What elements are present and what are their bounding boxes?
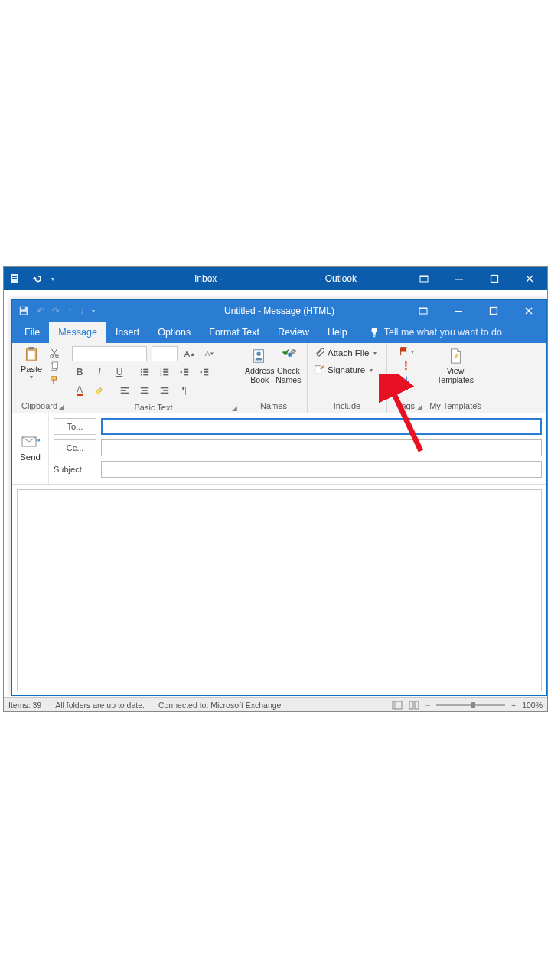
tab-format-text[interactable]: Format Text: [200, 322, 269, 343]
collapse-ribbon-icon[interactable]: ⌃: [474, 401, 481, 410]
send-button[interactable]: Send: [12, 413, 49, 484]
paragraph-mark-icon[interactable]: ¶: [177, 383, 192, 398]
message-body[interactable]: [17, 489, 542, 691]
check-names-button[interactable]: @ Check Names: [275, 346, 302, 384]
svg-rect-48: [163, 390, 168, 391]
clipboard-launcher-icon[interactable]: ◢: [59, 403, 64, 410]
save-icon[interactable]: [18, 305, 29, 316]
redo-icon[interactable]: ↷: [52, 305, 60, 316]
minimize-button[interactable]: [441, 300, 476, 322]
svg-rect-13: [491, 308, 497, 315]
font-size-combo[interactable]: [152, 346, 178, 361]
ribbon: Paste ▾ Clipboard◢: [12, 343, 546, 413]
font-name-combo[interactable]: [72, 346, 147, 361]
view-reading-icon[interactable]: [409, 701, 419, 710]
to-input[interactable]: [101, 418, 542, 435]
qat-customize-icon[interactable]: ▾: [92, 308, 95, 315]
zoom-slider[interactable]: [436, 704, 505, 706]
low-importance-button[interactable]: [401, 375, 412, 386]
svg-rect-59: [409, 701, 413, 709]
parent-minimize-button[interactable]: [442, 267, 477, 290]
svg-rect-2: [12, 278, 17, 279]
message-window: ↶ ↷ ↑ ↓ ▾ Untitled - Message (HTML) File…: [11, 299, 547, 696]
numbering-icon[interactable]: 123: [157, 364, 172, 380]
undo-icon[interactable]: ↶: [37, 305, 44, 316]
tab-help[interactable]: Help: [318, 322, 357, 343]
cc-input[interactable]: [101, 439, 542, 456]
svg-point-18: [56, 355, 59, 358]
italic-button[interactable]: I: [92, 364, 107, 380]
parent-close-button[interactable]: [512, 267, 547, 290]
svg-rect-9: [21, 312, 27, 315]
follow-up-button[interactable]: ▾: [399, 346, 414, 357]
subject-input[interactable]: [101, 461, 542, 478]
svg-rect-46: [141, 393, 149, 394]
attach-file-button[interactable]: Attach File▾: [312, 346, 382, 360]
grow-font-icon[interactable]: A▲: [182, 346, 197, 361]
tab-insert[interactable]: Insert: [106, 322, 148, 343]
svg-rect-20: [52, 362, 57, 369]
svg-rect-38: [204, 369, 208, 371]
align-left-icon[interactable]: [117, 383, 132, 398]
svg-rect-1: [12, 276, 17, 277]
shrink-font-icon[interactable]: A▼: [202, 346, 217, 361]
tab-review[interactable]: Review: [269, 322, 318, 343]
cut-icon[interactable]: [49, 348, 60, 358]
up-arrow-icon[interactable]: ↑: [67, 305, 72, 316]
view-templates-button[interactable]: View Templates: [432, 346, 478, 384]
svg-rect-37: [184, 374, 188, 376]
qat-dropdown-icon[interactable]: ▾: [51, 276, 54, 283]
format-painter-icon[interactable]: [49, 375, 60, 386]
cc-button[interactable]: Cc...: [54, 439, 96, 456]
svg-rect-58: [393, 701, 396, 709]
zoom-in-icon[interactable]: +: [511, 701, 516, 710]
close-button[interactable]: [511, 300, 546, 322]
maximize-button[interactable]: [476, 300, 511, 322]
align-right-icon[interactable]: [157, 383, 172, 398]
tab-options[interactable]: Options: [148, 322, 200, 343]
high-importance-button[interactable]: !: [404, 359, 408, 373]
underline-button[interactable]: U: [112, 364, 127, 380]
bullets-icon[interactable]: [137, 364, 152, 380]
tell-me-search[interactable]: Tell me what you want to do: [363, 322, 508, 343]
svg-rect-41: [121, 387, 129, 389]
decrease-indent-icon[interactable]: [177, 364, 192, 380]
tab-file[interactable]: File: [15, 322, 49, 343]
zoom-out-icon[interactable]: −: [425, 701, 430, 710]
svg-rect-15: [28, 347, 34, 350]
ribbon-tabs: File Message Insert Options Format Text …: [12, 322, 546, 343]
signature-button[interactable]: Signature▾: [312, 363, 382, 377]
tab-message[interactable]: Message: [49, 322, 106, 343]
font-color-icon[interactable]: A: [72, 383, 87, 398]
basictext-launcher-icon[interactable]: ◢: [232, 404, 237, 412]
svg-rect-22: [53, 380, 54, 384]
undo-icon[interactable]: [31, 273, 42, 284]
align-center-icon[interactable]: [137, 383, 152, 398]
svg-rect-43: [121, 393, 129, 394]
to-button[interactable]: To...: [54, 418, 96, 435]
tags-launcher-icon[interactable]: ◢: [417, 403, 422, 410]
view-normal-icon[interactable]: [392, 701, 403, 710]
down-arrow-icon[interactable]: ↓: [80, 305, 84, 316]
ribbon-display-button[interactable]: [406, 300, 441, 322]
bold-button[interactable]: B: [72, 364, 87, 380]
highlight-icon[interactable]: [92, 383, 107, 398]
parent-maximize-button[interactable]: [477, 267, 512, 290]
subject-label: Subject: [54, 465, 96, 474]
svg-rect-12: [455, 311, 462, 312]
parent-title-inbox: Inbox -: [194, 273, 223, 284]
svg-rect-6: [491, 276, 498, 283]
svg-rect-16: [28, 351, 34, 359]
address-book-button[interactable]: Address Book: [245, 346, 275, 384]
svg-rect-49: [161, 393, 169, 394]
svg-rect-36: [184, 371, 188, 373]
svg-rect-4: [420, 276, 428, 277]
down-arrow-icon: [401, 375, 412, 386]
parent-window-titlebar: ▾ Inbox - - Outlook: [4, 267, 547, 290]
svg-rect-45: [142, 390, 148, 391]
svg-point-17: [51, 355, 54, 358]
increase-indent-icon[interactable]: [197, 364, 212, 380]
paste-button[interactable]: Paste ▾: [17, 346, 46, 381]
copy-icon[interactable]: [49, 361, 60, 372]
parent-ribbon-display-button[interactable]: [406, 267, 442, 290]
